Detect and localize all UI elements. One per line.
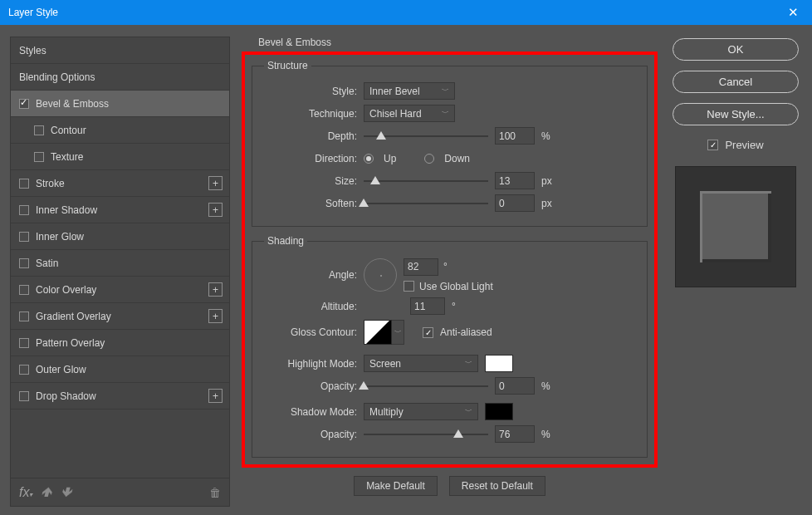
style-row-gradient-overlay[interactable]: Gradient Overlay+ [11, 303, 229, 330]
window-title: Layer Style [8, 7, 58, 18]
style-select[interactable]: Inner Bevel﹀ [364, 82, 455, 100]
style-label: Color Overlay [36, 284, 96, 296]
shading-legend: Shading [264, 235, 307, 247]
style-checkbox[interactable] [34, 152, 44, 162]
style-row-pattern-overlay[interactable]: Pattern Overlay [11, 330, 229, 356]
style-checkbox[interactable] [19, 205, 29, 215]
ok-button[interactable]: OK [673, 38, 799, 61]
depth-input[interactable]: 100 [495, 127, 535, 145]
altitude-unit: ° [452, 301, 456, 312]
style-checkbox[interactable] [19, 285, 29, 295]
plus-icon[interactable]: + [208, 282, 223, 297]
new-style-button[interactable]: New Style... [673, 103, 799, 125]
technique-select[interactable]: Chisel Hard﹀ [364, 105, 455, 122]
size-slider[interactable] [364, 174, 488, 189]
preview-swatch [700, 191, 771, 262]
plus-icon[interactable]: + [208, 389, 223, 403]
style-row-inner-glow[interactable]: Inner Glow [11, 223, 229, 250]
style-row-outer-glow[interactable]: Outer Glow [11, 356, 229, 383]
soften-slider[interactable] [364, 196, 488, 211]
style-row-contour[interactable]: Contour [11, 117, 229, 144]
reset-default-button[interactable]: Reset to Default [449, 476, 545, 496]
soften-unit: px [541, 198, 552, 209]
soften-label: Soften: [264, 198, 357, 209]
altitude-input[interactable]: 11 [410, 297, 445, 315]
structure-legend: Structure [264, 60, 311, 71]
soften-input[interactable]: 0 [495, 194, 535, 212]
style-row-stroke[interactable]: Stroke+ [11, 170, 229, 197]
angle-dial[interactable] [364, 258, 397, 292]
angle-label: Angle: [264, 269, 357, 281]
style-row-texture[interactable]: Texture [11, 144, 229, 170]
make-default-button[interactable]: Make Default [354, 476, 438, 496]
style-label: Style: [264, 86, 357, 97]
highlight-box: Structure Style: Inner Bevel﹀ Technique:… [242, 52, 658, 468]
style-label: Bevel & Emboss [36, 98, 109, 110]
altitude-label: Altitude: [264, 301, 357, 312]
styles-footer: fx▾ 🡹 🡻 🗑 [10, 478, 230, 507]
style-row-satin[interactable]: Satin [11, 250, 229, 277]
cancel-button[interactable]: Cancel [673, 71, 799, 93]
shadow-color-swatch[interactable] [485, 403, 513, 420]
style-checkbox[interactable] [19, 391, 29, 401]
antialias-label: Anti-aliased [440, 326, 492, 338]
style-checkbox[interactable] [19, 338, 29, 348]
shadow-opacity-input[interactable]: 76 [495, 425, 535, 443]
direction-label: Direction: [264, 153, 357, 164]
depth-slider[interactable] [364, 129, 488, 144]
plus-icon[interactable]: + [208, 176, 223, 190]
style-checkbox[interactable] [19, 99, 29, 109]
style-checkbox[interactable] [19, 365, 29, 375]
preview-checkbox[interactable] [707, 140, 718, 150]
shadow-opacity-slider[interactable] [364, 427, 488, 442]
preview-box [675, 166, 796, 287]
style-label: Outer Glow [36, 364, 86, 375]
highlight-mode-label: Highlight Mode: [264, 358, 357, 370]
technique-label: Technique: [264, 108, 357, 120]
shadow-mode-label: Shadow Mode: [264, 406, 357, 418]
fx-menu-icon[interactable]: fx▾ [19, 485, 32, 500]
trash-icon[interactable]: 🗑 [209, 486, 221, 499]
style-row-bevel-emboss[interactable]: Bevel & Emboss [11, 91, 229, 117]
gloss-contour-picker[interactable]: ﹀ [392, 320, 404, 345]
direction-up-radio[interactable] [364, 154, 374, 164]
styles-panel: Styles Blending Options Bevel & EmbossCo… [10, 37, 230, 507]
panel-title: Bevel & Emboss [258, 37, 658, 48]
gloss-contour-swatch[interactable] [364, 320, 392, 345]
global-light-checkbox[interactable] [404, 281, 414, 292]
highlight-mode-select[interactable]: Screen﹀ [364, 355, 478, 372]
style-checkbox[interactable] [19, 311, 29, 321]
direction-down-radio[interactable] [424, 154, 434, 164]
close-icon[interactable]: ✕ [774, 0, 812, 25]
styles-header[interactable]: Styles [11, 37, 229, 64]
highlight-opacity-input[interactable]: 0 [495, 377, 535, 395]
chevron-down-icon: ﹀ [442, 108, 449, 119]
depth-label: Depth: [264, 130, 357, 142]
depth-unit: % [541, 130, 550, 142]
arrow-up-icon[interactable]: 🡹 [41, 486, 52, 499]
plus-icon[interactable]: + [208, 203, 223, 217]
right-panel: OK Cancel New Style... Preview [669, 37, 802, 507]
settings-panel: Bevel & Emboss Structure Style: Inner Be… [242, 37, 658, 507]
style-row-color-overlay[interactable]: Color Overlay+ [11, 277, 229, 303]
angle-input[interactable]: 82 [404, 258, 438, 276]
arrow-down-icon[interactable]: 🡻 [61, 486, 72, 499]
shadow-opacity-label: Opacity: [264, 429, 357, 440]
style-row-drop-shadow[interactable]: Drop Shadow+ [11, 383, 229, 410]
antialias-checkbox[interactable] [423, 327, 433, 338]
style-checkbox[interactable] [19, 258, 29, 268]
blending-options-row[interactable]: Blending Options [11, 64, 229, 91]
up-label: Up [384, 153, 396, 164]
gloss-contour-label: Gloss Contour: [264, 326, 357, 338]
shadow-mode-select[interactable]: Multiply﹀ [364, 403, 478, 420]
style-checkbox[interactable] [19, 179, 29, 189]
style-checkbox[interactable] [34, 125, 44, 135]
technique-value: Chisel Hard [369, 108, 422, 120]
size-input[interactable]: 13 [495, 172, 535, 189]
plus-icon[interactable]: + [208, 309, 223, 323]
highlight-opacity-slider[interactable] [364, 379, 488, 394]
style-label: Satin [36, 258, 58, 269]
style-row-inner-shadow[interactable]: Inner Shadow+ [11, 197, 229, 223]
highlight-color-swatch[interactable] [485, 355, 513, 372]
style-checkbox[interactable] [19, 232, 29, 242]
